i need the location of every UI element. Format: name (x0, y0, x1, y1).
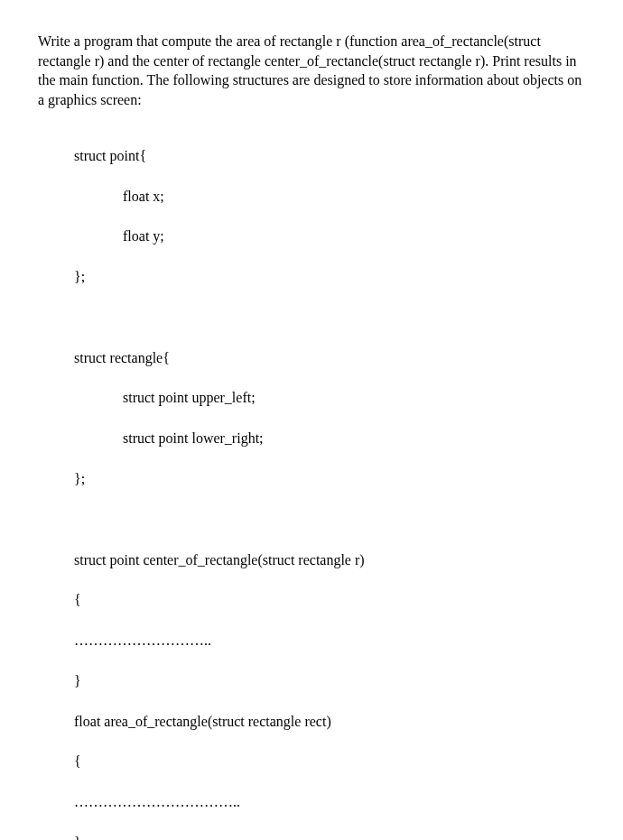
code-line: }; (74, 469, 585, 489)
code-line: struct point{ (74, 146, 585, 166)
blank-line (74, 308, 585, 328)
code-line: { (74, 752, 585, 771)
code-line: } (74, 833, 585, 840)
code-line: { (74, 590, 585, 610)
code-line: struct point lower_right; (74, 429, 585, 448)
code-line: } (74, 671, 585, 691)
blank-line (74, 510, 585, 530)
code-line: struct rectangle{ (74, 348, 585, 368)
problem-statement: Write a program that compute the area of… (38, 32, 585, 109)
code-listing: struct point{ float x; float y; }; struc… (74, 125, 585, 840)
code-line: float x; (74, 187, 585, 207)
code-line: struct point center_of_rectangle(struct … (74, 550, 585, 570)
code-placeholder: ……………………….. (74, 631, 585, 651)
code-line: struct point upper_left; (74, 388, 585, 408)
code-line: }; (74, 267, 585, 287)
code-line: float y; (74, 226, 585, 246)
code-placeholder: …………………………….. (74, 792, 585, 812)
code-line: float area_of_rectangle(struct rectangle… (74, 712, 585, 732)
